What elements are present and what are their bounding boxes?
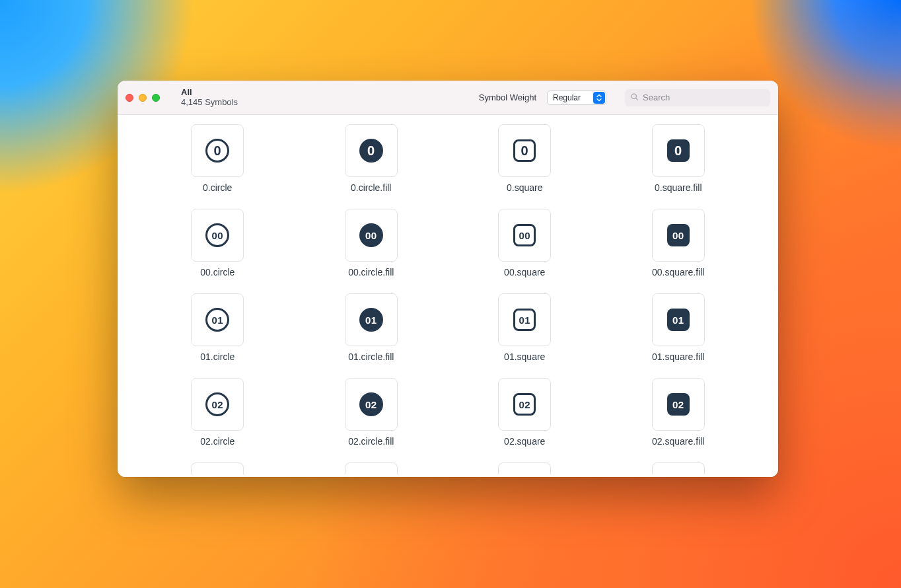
symbol-cell[interactable]: 0101.square.fill — [652, 293, 705, 362]
symbol-label: 01.circle — [200, 351, 234, 362]
window-title: All — [181, 88, 238, 98]
desktop-wallpaper: All 4,145 Symbols Symbol Weight Regular … — [0, 0, 901, 588]
symbol-glyph-text: 02 — [672, 399, 684, 410]
symbol-cell[interactable]: 0000.circle — [191, 209, 244, 277]
symbol-cell[interactable]: 0000.square — [498, 209, 551, 277]
symbol-cell[interactable]: 0202.square.fill — [652, 378, 705, 447]
symbol-tile: 0 — [498, 124, 551, 177]
02.square-icon: 02 — [513, 393, 536, 416]
symbol-glyph-text: 02 — [519, 399, 530, 410]
symbol-glyph-text: 01 — [519, 314, 530, 326]
0.square-icon: 0 — [513, 139, 536, 162]
symbol-cell[interactable] — [191, 462, 244, 474]
search-icon — [630, 92, 639, 104]
01.square.fill-icon: 01 — [667, 309, 690, 331]
00.circle-icon: 00 — [205, 223, 229, 247]
symbol-tile: 0 — [652, 124, 705, 177]
window-title-block: All 4,145 Symbols — [181, 88, 238, 108]
symbol-label: 00.square — [504, 267, 545, 277]
symbol-label: 02.square — [504, 436, 545, 447]
search-input[interactable] — [643, 92, 765, 102]
symbol-cell[interactable]: 0202.circle — [191, 378, 244, 447]
symbol-weight-value: Regular — [553, 93, 581, 102]
symbol-glyph-text: 0 — [367, 143, 375, 159]
symbol-glyph-text: 00 — [211, 230, 223, 241]
symbol-cell[interactable]: 00.square — [498, 124, 551, 193]
symbol-cell[interactable]: 0000.circle.fill — [345, 209, 398, 277]
window-subtitle: 4,145 Symbols — [181, 98, 238, 108]
symbol-glyph-text: 00 — [519, 230, 530, 241]
symbol-cell[interactable] — [345, 462, 398, 474]
00.square.fill-icon: 00 — [667, 224, 690, 246]
symbol-glyph-text: 02 — [211, 399, 223, 410]
0.square.fill-icon: 0 — [667, 139, 690, 162]
symbol-cell[interactable]: 00.square.fill — [652, 124, 705, 193]
02.square.fill-icon: 02 — [667, 393, 690, 416]
symbol-cell[interactable] — [498, 462, 551, 474]
0.circle-icon: 0 — [205, 139, 229, 163]
symbol-tile: 00 — [652, 209, 705, 262]
symbol-tile — [191, 462, 244, 474]
symbol-cell[interactable]: 0000.square.fill — [652, 209, 705, 277]
symbol-tile: 01 — [191, 293, 244, 346]
symbol-weight-label: Symbol Weight — [479, 92, 536, 102]
symbol-tile: 01 — [652, 293, 705, 346]
sf-symbols-window: All 4,145 Symbols Symbol Weight Regular … — [118, 81, 778, 477]
symbol-cell[interactable]: 0202.circle.fill — [345, 378, 398, 447]
symbol-label: 01.square — [504, 351, 545, 362]
symbol-cell[interactable]: 0101.circle — [191, 293, 244, 362]
0.circle.fill-icon: 0 — [359, 139, 383, 163]
symbol-cell[interactable]: 00.circle.fill — [345, 124, 398, 193]
symbol-label: 0.circle — [203, 182, 232, 193]
symbol-weight-select[interactable]: Regular — [547, 91, 606, 105]
symbol-tile: 01 — [498, 293, 551, 346]
symbol-grid-viewport[interactable]: 00.circle00.circle.fill00.square00.squar… — [118, 115, 778, 477]
window-controls — [126, 94, 160, 102]
symbol-cell[interactable] — [652, 462, 705, 474]
symbol-label: 00.square.fill — [652, 267, 704, 277]
search-field[interactable] — [625, 89, 770, 106]
symbol-glyph-text: 02 — [365, 399, 377, 410]
symbol-cell[interactable]: 0101.circle.fill — [345, 293, 398, 362]
zoom-window-button[interactable] — [152, 94, 160, 102]
00.circle.fill-icon: 00 — [359, 223, 383, 247]
symbol-grid: 00.circle00.circle.fill00.square00.squar… — [144, 124, 752, 474]
symbol-glyph-text: 0 — [521, 143, 528, 159]
symbol-label: 01.circle.fill — [348, 351, 394, 362]
symbol-glyph-text: 01 — [211, 314, 223, 326]
01.square-icon: 01 — [513, 309, 536, 331]
symbol-cell[interactable]: 0202.square — [498, 378, 551, 447]
symbol-glyph-text: 01 — [672, 314, 684, 326]
symbol-tile — [652, 462, 705, 474]
symbol-label: 0.circle.fill — [351, 182, 391, 193]
symbol-tile: 02 — [191, 378, 244, 431]
symbol-cell[interactable]: 0101.square — [498, 293, 551, 362]
01.circle-icon: 01 — [205, 308, 229, 332]
symbol-glyph-text: 00 — [365, 230, 377, 241]
close-window-button[interactable] — [126, 94, 133, 102]
symbol-glyph-text: 0 — [213, 143, 221, 159]
symbol-label: 00.circle.fill — [348, 267, 394, 277]
00.square-icon: 00 — [513, 224, 536, 246]
symbol-label: 0.square — [507, 182, 542, 193]
symbol-label: 02.circle.fill — [348, 436, 394, 447]
symbol-label: 02.circle — [200, 436, 234, 447]
symbol-tile: 00 — [191, 209, 244, 262]
minimize-window-button[interactable] — [139, 94, 147, 102]
symbol-tile — [345, 462, 398, 474]
symbol-tile: 02 — [345, 378, 398, 431]
symbol-tile — [498, 462, 551, 474]
symbol-tile: 0 — [345, 124, 398, 177]
symbol-tile: 02 — [498, 378, 551, 431]
symbol-cell[interactable]: 00.circle — [191, 124, 244, 193]
symbol-tile: 0 — [191, 124, 244, 177]
symbol-glyph-text: 0 — [674, 143, 682, 159]
titlebar: All 4,145 Symbols Symbol Weight Regular — [118, 81, 778, 115]
symbol-tile: 02 — [652, 378, 705, 431]
symbol-label: 01.square.fill — [652, 351, 704, 362]
symbol-label: 00.circle — [200, 267, 234, 277]
symbol-glyph-text: 00 — [672, 230, 684, 241]
symbol-glyph-text: 01 — [365, 314, 377, 326]
select-stepper-icon — [593, 92, 605, 104]
01.circle.fill-icon: 01 — [359, 308, 383, 332]
